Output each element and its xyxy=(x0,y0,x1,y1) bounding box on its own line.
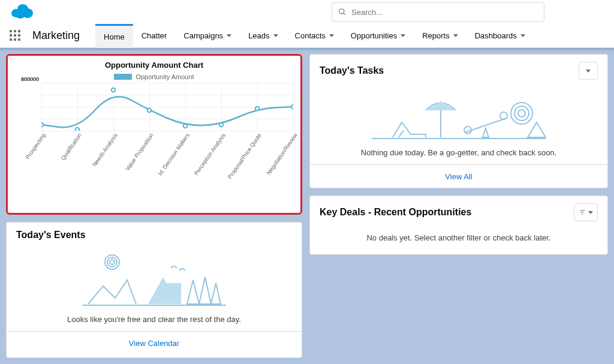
todays-tasks-card: Today's Tasks xyxy=(309,54,608,188)
nav-tab-label: Leads xyxy=(248,31,269,40)
search-icon xyxy=(338,8,347,16)
svg-marker-20 xyxy=(199,277,211,304)
opportunity-amount-chart-card: Opportunity Amount Chart Opportunity Amo… xyxy=(6,54,302,215)
chevron-down-icon xyxy=(273,34,278,37)
chevron-down-icon xyxy=(227,34,231,37)
legend-label: Opportunity Amount xyxy=(136,73,194,80)
salesforce-logo xyxy=(10,2,34,22)
svg-point-9 xyxy=(148,109,151,112)
nav-tab-label: Home xyxy=(104,32,125,41)
svg-marker-27 xyxy=(483,128,489,137)
filter-icon xyxy=(579,209,586,216)
nav-tab-label: Reports xyxy=(422,31,450,40)
svg-point-7 xyxy=(76,128,79,131)
left-column: Opportunity Amount Chart Opportunity Amo… xyxy=(6,54,302,358)
events-empty-text: Looks like you're free and clear the res… xyxy=(7,310,302,331)
deals-empty-text: No deals yet. Select another filter or c… xyxy=(310,225,607,254)
global-search xyxy=(332,2,544,22)
chevron-down-icon xyxy=(586,70,591,73)
nav-tab-opportunities[interactable]: Opportunities xyxy=(342,24,414,48)
nav-tab-dashboards[interactable]: Dashboards xyxy=(466,24,534,48)
nav-tab-label: Chatter xyxy=(142,31,167,40)
app-nav-bar: Marketing HomeChatterCampaignsLeadsConta… xyxy=(0,24,614,48)
right-column: Today's Tasks xyxy=(309,54,608,358)
tasks-view-all-link[interactable]: View All xyxy=(445,172,472,181)
svg-marker-21 xyxy=(211,283,221,304)
chevron-down-icon xyxy=(520,34,525,37)
chart-xtick: Needs Analysis xyxy=(91,132,119,168)
svg-marker-19 xyxy=(187,280,199,304)
nav-tab-campaigns[interactable]: Campaigns xyxy=(175,24,240,48)
chart-legend: Opportunity Amount xyxy=(11,70,297,83)
chevron-down-icon xyxy=(453,34,458,37)
svg-point-29 xyxy=(500,112,507,119)
svg-point-3 xyxy=(16,10,25,19)
chevron-down-icon xyxy=(588,211,593,214)
chart-xtick: Prospecting xyxy=(24,132,47,160)
global-header xyxy=(0,0,614,24)
svg-point-15 xyxy=(107,257,117,267)
svg-marker-33 xyxy=(528,122,546,137)
svg-point-30 xyxy=(518,110,525,117)
svg-point-13 xyxy=(291,105,293,109)
events-card-title: Today's Events xyxy=(16,230,86,240)
nav-tab-home[interactable]: Home xyxy=(95,24,133,48)
chart-xtick: Value Proposition xyxy=(124,132,155,172)
svg-line-24 xyxy=(399,130,404,137)
nav-tab-label: Opportunities xyxy=(351,31,397,40)
todays-events-card: Today's Events xyxy=(6,222,302,358)
chart-xtick: Qualification xyxy=(59,132,83,161)
svg-point-16 xyxy=(110,260,115,264)
chevron-down-icon xyxy=(329,34,334,37)
svg-marker-18 xyxy=(160,283,181,304)
deals-filter-button[interactable] xyxy=(574,203,598,221)
tasks-card-menu-button[interactable] xyxy=(579,62,598,80)
chart-title: Opportunity Amount Chart xyxy=(11,61,297,70)
app-name: Marketing xyxy=(32,29,80,42)
nav-tabs: HomeChatterCampaignsLeadsContactsOpportu… xyxy=(95,24,534,48)
nav-tab-leads[interactable]: Leads xyxy=(240,24,286,48)
view-calendar-link[interactable]: View Calendar xyxy=(129,339,179,348)
page-body: Opportunity Amount Chart Opportunity Amo… xyxy=(0,48,614,364)
svg-point-10 xyxy=(183,124,187,128)
svg-point-31 xyxy=(514,106,529,121)
search-box[interactable] xyxy=(332,2,544,22)
key-deals-card: Key Deals - Recent Opportunities No deal… xyxy=(309,195,608,255)
svg-point-4 xyxy=(339,9,344,14)
chart-line xyxy=(41,83,293,131)
svg-point-11 xyxy=(219,123,223,127)
nav-tab-reports[interactable]: Reports xyxy=(414,24,466,48)
chart-xtick: Negotiation/Review xyxy=(265,132,299,176)
tasks-empty-text: Nothing due today. Be a go-getter, and c… xyxy=(310,143,607,164)
chevron-down-icon xyxy=(401,34,405,37)
nav-tab-contacts[interactable]: Contacts xyxy=(287,24,342,48)
deals-card-title: Key Deals - Recent Opportunities xyxy=(320,207,471,218)
nav-tab-label: Contacts xyxy=(295,31,326,40)
events-empty-illustration xyxy=(7,244,302,310)
svg-point-12 xyxy=(255,107,259,110)
svg-line-5 xyxy=(344,13,345,15)
search-input[interactable] xyxy=(351,8,538,17)
chart-plot-area: 200000400000600000800000 xyxy=(41,83,293,131)
tasks-empty-illustration xyxy=(310,83,607,143)
chart-xtick: Perception Analysis xyxy=(192,132,227,176)
chart-ytick: 800000 xyxy=(14,76,39,82)
svg-point-8 xyxy=(112,88,115,92)
tasks-card-title: Today's Tasks xyxy=(320,65,384,76)
chart-xtick: Proposal/Price Quote xyxy=(226,132,263,180)
chart-xtick: Id. Decision Makers xyxy=(156,132,191,177)
chart-x-labels: ProspectingQualificationNeeds AnalysisVa… xyxy=(41,132,293,210)
app-launcher-icon[interactable] xyxy=(10,30,22,42)
nav-tab-label: Campaigns xyxy=(183,31,223,40)
nav-tab-label: Dashboards xyxy=(475,31,517,40)
legend-swatch xyxy=(114,74,132,80)
svg-point-6 xyxy=(41,123,43,127)
nav-tab-chatter[interactable]: Chatter xyxy=(133,24,176,48)
